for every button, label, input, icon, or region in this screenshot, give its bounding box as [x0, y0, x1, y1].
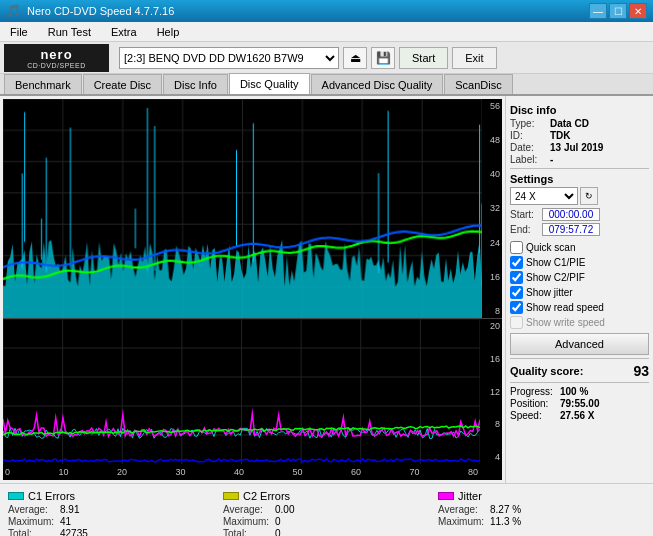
app-logo: nero CD·DVD/SPEED [4, 44, 109, 72]
speed-value: 27.56 X [560, 410, 594, 421]
save-button[interactable]: 💾 [371, 47, 395, 69]
show-c1pie-checkbox[interactable] [510, 256, 523, 269]
disc-type-row: Type: Data CD [510, 118, 649, 129]
speed-label: Speed: [510, 410, 560, 421]
x-axis: 0 10 20 30 40 50 60 70 80 [3, 464, 502, 480]
refresh-button[interactable]: ↻ [580, 187, 598, 205]
c1-average-row: Average: 8.91 [8, 504, 215, 515]
bottom-y-axis: 20 16 12 8 4 [480, 319, 502, 464]
quick-scan-row: Quick scan [510, 241, 649, 254]
speed-row: 24 X Max 4 X 8 X 16 X 32 X 40 X 48 X ↻ [510, 187, 649, 205]
tab-scan-disc[interactable]: ScanDisc [444, 74, 512, 94]
titlebar: 🎵 Nero CD-DVD Speed 4.7.7.16 — ☐ ✕ [0, 0, 653, 22]
start-label: Start: [510, 209, 542, 220]
tab-benchmark[interactable]: Benchmark [4, 74, 82, 94]
speed-select[interactable]: 24 X Max 4 X 8 X 16 X 32 X 40 X 48 X [510, 187, 578, 205]
stats-area: C1 Errors Average: 8.91 Maximum: 41 Tota… [0, 483, 653, 536]
disc-label-row: Label: - [510, 154, 649, 165]
label-value: - [550, 154, 553, 165]
show-write-speed-row: Show write speed [510, 316, 649, 329]
c2-maximum-value: 0 [275, 516, 281, 527]
c1-legend: C1 Errors [8, 490, 215, 502]
start-time-row: Start: 000:00.00 [510, 208, 649, 221]
show-c1pie-label[interactable]: Show C1/PIE [526, 257, 585, 268]
tab-create-disc[interactable]: Create Disc [83, 74, 162, 94]
app-icon: 🎵 [6, 4, 21, 18]
position-value: 79:55.00 [560, 398, 599, 409]
c2-maximum-label: Maximum: [223, 516, 275, 527]
c2-legend-label: C2 Errors [243, 490, 290, 502]
disc-date-row: Date: 13 Jul 2019 [510, 142, 649, 153]
c2-total-label: Total: [223, 528, 275, 536]
quick-scan-label[interactable]: Quick scan [526, 242, 575, 253]
end-time-row: End: 079:57.72 [510, 223, 649, 236]
menu-help[interactable]: Help [151, 24, 186, 40]
start-button[interactable]: Start [399, 47, 448, 69]
advanced-button[interactable]: Advanced [510, 333, 649, 355]
position-label: Position: [510, 398, 560, 409]
c1-maximum-label: Maximum: [8, 516, 60, 527]
jitter-average-label: Average: [438, 504, 490, 515]
settings-title: Settings [510, 173, 649, 185]
progress-label: Progress: [510, 386, 560, 397]
quality-score-value: 93 [633, 363, 649, 379]
speed-row-prog: Speed: 27.56 X [510, 410, 649, 421]
show-c2-pif-row: Show C2/PIF [510, 271, 649, 284]
menu-extra[interactable]: Extra [105, 24, 143, 40]
show-c2pif-checkbox[interactable] [510, 271, 523, 284]
c1-total-label: Total: [8, 528, 60, 536]
jitter-maximum-label: Maximum: [438, 516, 490, 527]
chart-area: 56 48 40 32 24 16 8 20 16 12 8 4 [3, 99, 502, 480]
show-jitter-checkbox[interactable] [510, 286, 523, 299]
menu-file[interactable]: File [4, 24, 34, 40]
menu-run-test[interactable]: Run Test [42, 24, 97, 40]
c1-chart [3, 99, 482, 318]
show-write-speed-label: Show write speed [526, 317, 605, 328]
show-jitter-label[interactable]: Show jitter [526, 287, 573, 298]
end-label: End: [510, 224, 542, 235]
start-value: 000:00.00 [542, 208, 600, 221]
c1-maximum-value: 41 [60, 516, 71, 527]
c1-stats: C1 Errors Average: 8.91 Maximum: 41 Tota… [4, 488, 219, 536]
jitter-average-value: 8.27 % [490, 504, 521, 515]
c1-legend-label: C1 Errors [28, 490, 75, 502]
logo-nero-text: nero [40, 47, 72, 62]
jitter-legend-label: Jitter [458, 490, 482, 502]
top-y-axis: 56 48 40 32 24 16 8 [482, 99, 502, 318]
menubar: File Run Test Extra Help [0, 22, 653, 42]
show-read-speed-row: Show read speed [510, 301, 649, 314]
eject-button[interactable]: ⏏ [343, 47, 367, 69]
tab-disc-quality[interactable]: Disc Quality [229, 73, 310, 94]
disc-id-row: ID: TDK [510, 130, 649, 141]
tab-bar: Benchmark Create Disc Disc Info Disc Qua… [0, 74, 653, 96]
type-label: Type: [510, 118, 550, 129]
jitter-average-row: Average: 8.27 % [438, 504, 645, 515]
disc-info-title: Disc info [510, 104, 649, 116]
minimize-button[interactable]: — [589, 3, 607, 19]
exit-button[interactable]: Exit [452, 47, 496, 69]
jitter-maximum-value: 11.3 % [490, 516, 521, 527]
tab-advanced-disc-quality[interactable]: Advanced Disc Quality [311, 74, 444, 94]
c1-total-row: Total: 42735 [8, 528, 215, 536]
show-write-speed-checkbox[interactable] [510, 316, 523, 329]
show-read-speed-checkbox[interactable] [510, 301, 523, 314]
maximize-button[interactable]: ☐ [609, 3, 627, 19]
close-window-button[interactable]: ✕ [629, 3, 647, 19]
c1-total-value: 42735 [60, 528, 88, 536]
id-label: ID: [510, 130, 550, 141]
tab-disc-info[interactable]: Disc Info [163, 74, 228, 94]
show-jitter-row: Show jitter [510, 286, 649, 299]
progress-value: 100 % [560, 386, 588, 397]
title-text: Nero CD-DVD Speed 4.7.7.16 [27, 5, 587, 17]
logo-sub-text: CD·DVD/SPEED [27, 62, 86, 69]
quality-score-label: Quality score: [510, 365, 633, 377]
jitter-chart [3, 319, 480, 464]
c2-total-row: Total: 0 [223, 528, 430, 536]
position-row: Position: 79:55.00 [510, 398, 649, 409]
end-value: 079:57.72 [542, 223, 600, 236]
drive-select[interactable]: [2:3] BENQ DVD DD DW1620 B7W9 [119, 47, 339, 69]
c2-legend-color [223, 492, 239, 500]
show-read-speed-label[interactable]: Show read speed [526, 302, 604, 313]
quick-scan-checkbox[interactable] [510, 241, 523, 254]
show-c2pif-label[interactable]: Show C2/PIF [526, 272, 585, 283]
